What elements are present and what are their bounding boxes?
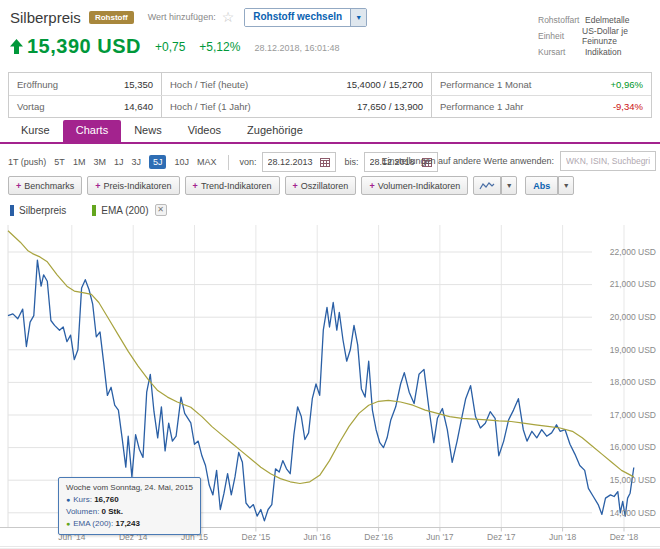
add-preis-indikatoren-button[interactable]: +Preis-Indikatoren [87,176,179,195]
tabbar-underline [0,142,660,144]
meta-value: Indikation [585,47,621,57]
ema-swatch-icon [92,205,96,216]
period-1j[interactable]: 1J [114,157,124,167]
cell-label: Performance 1 Monat [440,79,531,90]
svg-text:20,000 USD: 20,000 USD [610,312,656,322]
performance-1y-value: -9,34% [613,101,643,112]
button-label: Benchmarks [24,181,74,191]
plus-icon: + [95,181,100,191]
svg-text:Dez '16: Dez '16 [364,532,393,542]
cell-label: Hoch / Tief (1 Jahr) [170,101,251,112]
tab-news[interactable]: News [121,120,175,142]
svg-text:Jun '18: Jun '18 [549,532,576,542]
plus-icon: + [369,181,374,191]
cell-value: 17,650 / 13,900 [357,101,423,112]
meta-value: Edelmetalle [585,15,629,25]
svg-text:16,000 USD: 16,000 USD [610,442,656,452]
tooltip-ema-value: 17,243 [115,519,139,528]
date-from-input[interactable] [268,157,316,167]
date-from-field[interactable] [262,152,336,172]
page-title: Silberpreis [10,9,81,26]
remove-ema-button[interactable]: ✕ [155,204,167,216]
chevron-down-icon[interactable]: ▼ [501,176,517,195]
svg-text:22,000 USD: 22,000 USD [610,247,656,257]
calendar-icon[interactable] [320,157,330,167]
cell-label: Vortag [17,101,44,112]
legend-item-ema: EMA (200) ✕ [92,204,166,216]
tooltip-volumen-value: 0 Stk. [102,507,123,516]
period-3j[interactable]: 3J [131,157,141,167]
add-oszillatoren-button[interactable]: +Oszillatoren [285,176,357,195]
add-value-label: Wert hinzufügen: [148,12,216,22]
chart-period-toolbar: 1T (push) 5T 1M 3M 1J 3J 5J 10J MAX von:… [8,150,656,174]
chart-type-button[interactable] [473,176,501,195]
rohstoff-wechseln-label[interactable]: Rohstoff wechseln [245,9,350,26]
meta-label: Rohstoffart [538,15,585,25]
tab-videos[interactable]: Videos [175,120,234,142]
tab-zugehoerige[interactable]: Zugehörige [234,120,316,142]
svg-text:Jun '16: Jun '16 [304,532,331,542]
cell-value: 14,640 [124,101,153,112]
chevron-down-icon[interactable]: ▼ [558,176,574,195]
quote-timestamp: 28.12.2018, 16:01:48 [254,43,339,53]
section-tabs: Kurse Charts News Videos Zugehörige [8,120,316,142]
cell-value: 15,4000 / 15,2700 [346,79,423,90]
tooltip-kurs-value: 16,760 [94,495,118,504]
svg-text:17,000 USD: 17,000 USD [610,410,656,420]
period-5j-active[interactable]: 5J [149,155,167,169]
period-1t[interactable]: 1T (push) [8,157,46,167]
rohstoff-wechseln-button[interactable]: Rohstoff wechseln ▼ [244,8,367,27]
instrument-meta: RohstoffartEdelmetalle EinheitUS-Dollar … [538,12,660,60]
button-label: Trend-Indikatoren [201,181,272,191]
rohstoff-badge: Rohstoff [89,11,134,24]
divider [228,155,229,170]
tab-kurse[interactable]: Kurse [8,120,63,142]
line-chart-icon [479,181,495,191]
abs-scale-button[interactable]: Abs [525,176,558,195]
cell-label: Hoch / Tief (heute) [170,79,248,90]
price-up-arrow-icon [10,39,23,54]
scale-mode-combo: Abs ▼ [525,176,574,195]
tab-charts[interactable]: Charts [63,120,121,142]
apply-settings-label: Einstellungen auf andere Werte anwenden: [382,156,554,166]
svg-text:14,000 USD: 14,000 USD [610,508,656,518]
add-volumen-indikatoren-button[interactable]: +Volumen-Indikatoren [361,176,468,195]
period-max[interactable]: MAX [197,157,217,167]
blue-dot-icon: ● [66,496,70,503]
meta-label: Einheit [538,31,582,41]
plus-icon: + [16,181,21,191]
bis-label: bis: [345,157,359,167]
chart-tooltip: Woche vom Sonntag, 24. Mai, 2015 ●Kurs: … [58,477,201,535]
cell-label: Eröffnung [17,79,58,90]
apply-settings-group: Einstellungen auf andere Werte anwenden: [382,151,656,171]
chart-type-combo: ▼ [473,176,517,195]
watchlist-star-icon[interactable]: ☆ [222,10,235,24]
onvista-silberpreis-page: Silberpreis Rohstoff Wert hinzufügen: ☆ … [0,0,660,549]
search-input[interactable] [560,151,656,171]
button-label: Oszillatoren [301,181,349,191]
current-price: 15,390 USD [27,35,141,58]
period-1m[interactable]: 1M [73,157,86,167]
meta-value: US-Dollar je Feinunze [582,26,660,46]
von-label: von: [239,157,256,167]
chart-area: onvistaJun '14Dez '14Jun '15Dez '15Jun '… [0,200,660,549]
plus-icon: + [293,181,298,191]
svg-text:19,000 USD: 19,000 USD [610,345,656,355]
add-benchmarks-button[interactable]: +Benchmarks [8,176,82,195]
svg-text:Dez '15: Dez '15 [242,532,271,542]
svg-text:Jun '17: Jun '17 [426,532,453,542]
period-10j[interactable]: 10J [174,157,189,167]
svg-text:18,000 USD: 18,000 USD [610,377,656,387]
period-5t[interactable]: 5T [54,157,65,167]
period-3m[interactable]: 3M [93,157,106,167]
change-percent: +5,12% [199,40,240,54]
chevron-down-icon[interactable]: ▼ [350,9,366,26]
tooltip-ema-row: ●EMA (200): 17,243 [66,518,193,530]
cell-label: Performance 1 Jahr [440,101,523,112]
plus-icon: + [193,181,198,191]
ema-line [8,231,634,484]
green-dot-icon: ● [66,520,70,527]
add-trend-indikatoren-button[interactable]: +Trend-Indikatoren [185,176,280,195]
legend-item-silberpreis: Silberpreis [10,205,66,216]
table-row: Vortag14,640 Hoch / Tief (1 Jahr)17,650 … [9,95,651,117]
